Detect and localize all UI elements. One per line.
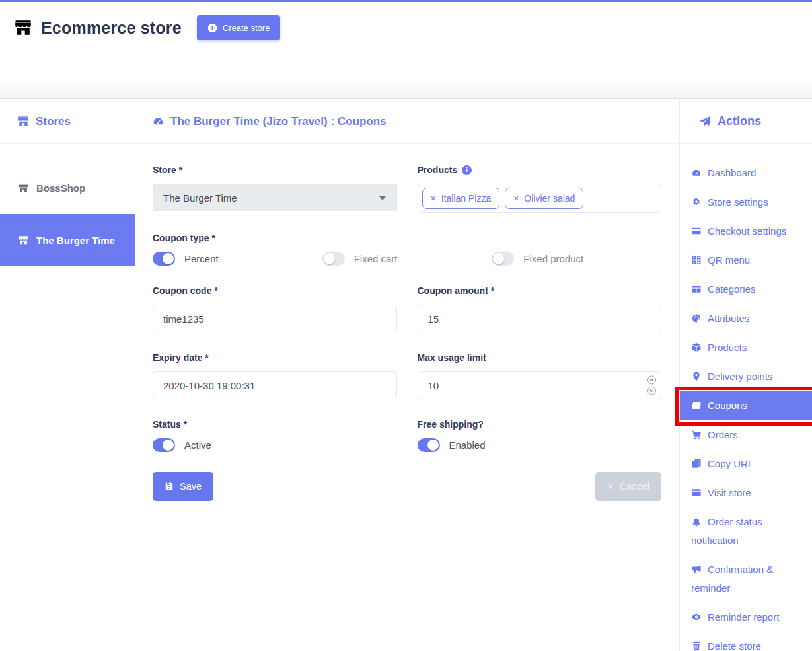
action-item-coupons[interactable]: Coupons bbox=[680, 391, 812, 420]
status-toggle-label: Active bbox=[184, 440, 211, 451]
store-field-group: Store * The Burger Time bbox=[153, 165, 397, 213]
cancel-label: Cancel bbox=[620, 481, 649, 492]
table-icon bbox=[691, 284, 702, 294]
tachometer-icon bbox=[691, 168, 702, 178]
action-item-confirmation-reminder[interactable]: Confirmation & reminder bbox=[680, 555, 812, 603]
fixed-cart-toggle[interactable] bbox=[322, 252, 345, 266]
store-logo-icon bbox=[13, 19, 33, 37]
bell-icon bbox=[691, 517, 702, 527]
action-item-attributes[interactable]: Attributes bbox=[680, 304, 812, 333]
action-item-label: Order status notification bbox=[691, 516, 762, 546]
free-shipping-toggle[interactable] bbox=[418, 438, 440, 452]
action-item-label: Delete store bbox=[708, 640, 761, 651]
status-group: Status * Active bbox=[153, 419, 397, 452]
sub-header-band bbox=[0, 79, 812, 99]
action-item-label: Copy URL bbox=[708, 458, 753, 469]
expiry-date-label: Expiry date * bbox=[153, 352, 397, 363]
store-select-value: The Burger Time bbox=[163, 192, 237, 204]
bullhorn-icon bbox=[691, 564, 702, 574]
action-item-reminder-report[interactable]: Reminder report bbox=[680, 603, 812, 632]
qrcode-icon bbox=[691, 255, 702, 265]
info-icon[interactable]: i bbox=[462, 165, 472, 175]
max-usage-input[interactable] bbox=[418, 371, 662, 399]
free-shipping-toggle-label: Enabled bbox=[449, 440, 486, 451]
free-shipping-group: Free shipping? Enabled bbox=[418, 419, 662, 452]
action-item-orders[interactable]: Orders bbox=[680, 420, 812, 449]
store-icon bbox=[18, 116, 29, 127]
save-button[interactable]: Save bbox=[153, 472, 213, 501]
action-item-label: Orders bbox=[708, 429, 738, 440]
spinner-down-button[interactable] bbox=[647, 387, 656, 395]
fixed-product-label: Fixed product bbox=[523, 253, 583, 264]
coupon-code-group: Coupon code * bbox=[153, 286, 397, 332]
store-select[interactable]: The Burger Time bbox=[153, 184, 397, 211]
coupon-type-option-fixed-cart: Fixed cart bbox=[322, 252, 492, 266]
coupon-amount-label: Coupon amount * bbox=[418, 286, 662, 296]
cancel-button[interactable]: ✕ Cancel bbox=[595, 472, 661, 501]
stores-sidebar: Stores BossShopThe Burger Time bbox=[0, 99, 135, 651]
coupon-form: Store * The Burger Time Products i ×Ital… bbox=[135, 144, 679, 501]
store-item-the-burger-time[interactable]: The Burger Time bbox=[0, 214, 135, 266]
action-item-products[interactable]: Products bbox=[680, 333, 812, 362]
action-item-label: Store settings bbox=[708, 196, 768, 208]
status-toggle[interactable] bbox=[153, 438, 175, 452]
remove-tag-icon[interactable]: × bbox=[513, 194, 519, 203]
fixed-cart-label: Fixed cart bbox=[354, 253, 398, 264]
product-tag-italian-pizza: ×Italian Pizza bbox=[422, 188, 500, 209]
browser-icon bbox=[691, 488, 702, 498]
action-item-delete-store[interactable]: Delete store bbox=[680, 632, 812, 651]
coupon-type-option-percent: Percent bbox=[153, 252, 322, 266]
coupon-code-label: Coupon code * bbox=[153, 286, 397, 296]
action-item-dashboard[interactable]: Dashboard bbox=[680, 159, 812, 188]
product-tag-olivier-salad: ×Olivier salad bbox=[505, 188, 583, 209]
store-item-bossshop[interactable]: BossShop bbox=[0, 162, 135, 214]
coupon-type-group: Coupon type * Percent Fixed cart bbox=[153, 233, 661, 266]
action-item-copy-url[interactable]: Copy URL bbox=[680, 449, 812, 479]
action-item-store-settings[interactable]: Store settings bbox=[680, 188, 812, 217]
cart-icon bbox=[691, 430, 702, 440]
expiry-date-group: Expiry date * bbox=[153, 352, 397, 399]
spinner-up-button[interactable] bbox=[647, 376, 656, 385]
fixed-product-toggle[interactable] bbox=[492, 252, 514, 266]
main-panel: The Burger Time (Jizo Travel) : Coupons … bbox=[135, 99, 679, 651]
eye-icon bbox=[691, 612, 702, 622]
products-field-group: Products i ×Italian Pizza×Olivier salad bbox=[418, 165, 662, 213]
action-item-visit-store[interactable]: Visit store bbox=[680, 479, 812, 508]
caret-down-icon bbox=[379, 196, 386, 200]
action-item-categories[interactable]: Categories bbox=[680, 275, 812, 304]
action-item-label: Categories bbox=[708, 284, 756, 295]
store-list: BossShopThe Burger Time bbox=[0, 144, 135, 266]
app-header: Ecommerce store Create store bbox=[0, 2, 812, 79]
tachometer-icon bbox=[153, 116, 164, 127]
products-label: Products bbox=[418, 165, 458, 175]
action-item-checkout-settings[interactable]: Checkout settings bbox=[680, 217, 812, 246]
palette-icon bbox=[691, 313, 702, 323]
action-item-delivery-points[interactable]: Delivery points bbox=[680, 362, 812, 391]
coupon-amount-group: Coupon amount * bbox=[418, 286, 662, 332]
actions-header: Actions bbox=[680, 99, 812, 144]
chevron-down-icon bbox=[649, 389, 654, 393]
percent-toggle[interactable] bbox=[153, 252, 175, 266]
stores-header-label: Stores bbox=[36, 115, 71, 128]
coupon-amount-input[interactable] bbox=[418, 305, 662, 332]
remove-tag-icon[interactable]: × bbox=[431, 194, 436, 203]
expiry-date-input[interactable] bbox=[153, 371, 397, 399]
page-title: The Burger Time (Jizo Travel) : Coupons bbox=[170, 115, 387, 128]
coupon-code-input[interactable] bbox=[153, 305, 397, 332]
action-item-label: Visit store bbox=[708, 487, 751, 498]
products-multiselect[interactable]: ×Italian Pizza×Olivier salad bbox=[418, 184, 662, 213]
action-item-label: Delivery points bbox=[708, 371, 772, 382]
store-icon bbox=[18, 183, 29, 193]
action-item-qr-menu[interactable]: QR menu bbox=[680, 246, 812, 275]
actions-list: DashboardStore settingsCheckout settings… bbox=[680, 144, 812, 651]
store-icon bbox=[18, 235, 29, 245]
action-item-order-status-notification[interactable]: Order status notification bbox=[680, 508, 812, 555]
create-store-button[interactable]: Create store bbox=[197, 15, 281, 40]
stores-header: Stores bbox=[0, 99, 135, 144]
copy-icon bbox=[691, 459, 702, 469]
action-item-label: Reminder report bbox=[708, 611, 779, 623]
actions-sidebar: Actions DashboardStore settingsCheckout … bbox=[679, 99, 812, 651]
action-item-label: Dashboard bbox=[708, 167, 756, 178]
product-tag-label: Italian Pizza bbox=[441, 193, 491, 204]
status-label: Status * bbox=[153, 419, 397, 430]
